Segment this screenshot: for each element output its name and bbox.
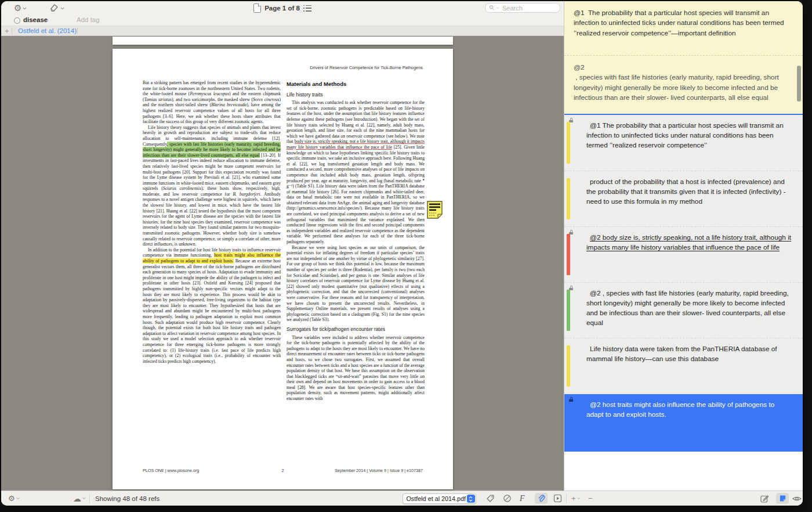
note-editor-1[interactable]: @1 The probability that a particular hos…: [564, 1, 803, 56]
serif-f-icon: F: [520, 494, 525, 503]
tag-icon: [486, 494, 495, 503]
open-in-reader-button[interactable]: [553, 491, 562, 506]
notes-panel-toggle[interactable]: [776, 491, 789, 506]
preview-button[interactable]: [792, 491, 802, 506]
toolbar-separator: [89, 493, 90, 503]
annotation-text: product of the probability that a host i…: [586, 177, 793, 207]
reader-pane: ⚙ Page 1 of 8: [1, 1, 564, 491]
paperclip-icon: [538, 495, 545, 503]
top-toolbar: ⚙ Page 1 of 8: [1, 1, 564, 15]
attachment-button[interactable]: [535, 491, 548, 506]
tag-bar: disease Add tag: [1, 15, 564, 26]
table-of-contents-icon[interactable]: [303, 5, 311, 12]
body-text: . Antibody responses to a novel antigen …: [143, 192, 281, 247]
cloud-sync-button[interactable]: ☁: [73, 491, 86, 506]
tag-label[interactable]: disease: [23, 16, 48, 23]
paragraph: In addition to the potential for host li…: [143, 247, 281, 364]
attached-file-name: Ostfeld et al 2014.pdf: [403, 495, 467, 502]
chevron-down-icon: [82, 497, 86, 500]
add-annotation-button[interactable]: +: [571, 491, 581, 506]
italic-text: Sorex cinereus: [253, 97, 279, 102]
add-tab-button[interactable]: +: [5, 27, 9, 35]
refs-status: Showing 48 of 48 refs: [95, 491, 160, 506]
cloud-icon: ☁: [73, 495, 81, 503]
pdf-column-1: But a striking pattern has emerged from …: [143, 80, 281, 402]
tag-color-circle[interactable]: [14, 17, 20, 24]
list-item[interactable]: product of the probability that a host i…: [564, 171, 803, 226]
search-icon: [489, 4, 495, 12]
page-footer: PLOS ONE | www.plosone.org 2 September 2…: [143, 468, 423, 473]
body-text: This analysis was conducted to ask wheth…: [287, 100, 425, 144]
pdf-columns: But a striking pattern has emerged from …: [143, 80, 425, 402]
search-input[interactable]: [501, 4, 556, 12]
eye-icon: [792, 495, 802, 502]
circled-slash-button[interactable]: [503, 491, 512, 506]
app-window: ⚙ Page 1 of 8: [1, 1, 803, 506]
highlight-color-bar: [567, 234, 570, 275]
sticky-note-annotation-icon[interactable]: [427, 201, 443, 219]
annotation-text: @2 host traits might also influence the …: [586, 400, 793, 420]
paragraph: Life history theory suggests that specie…: [143, 125, 281, 247]
attached-file-dropdown[interactable]: Ostfeld et al 2014.pdf: [403, 493, 476, 504]
annotation-text: Life history data were taken from the Pa…: [586, 344, 793, 364]
file-stepper-control[interactable]: [467, 495, 475, 503]
search-field[interactable]: [485, 3, 560, 13]
tab-bar: + Ostfeld et al. (2014): [1, 26, 564, 36]
footer-page-number: 2: [143, 468, 423, 473]
italic-text: Peromyscus leucopus: [190, 91, 229, 96]
italic-text: B. burgdorferi: [233, 192, 260, 197]
annotation-text: @2 , species with fast life histories (e…: [586, 289, 793, 328]
compose-icon: [760, 494, 769, 503]
paragraph: Because we were using host species as ou…: [287, 245, 425, 323]
italic-text: Tamias striatus: [144, 97, 172, 102]
annotations-panel: @1 The probability that a particular hos…: [564, 1, 803, 491]
body-text: [25]. Given little knowledge on which to…: [287, 145, 425, 244]
list-item[interactable]: @2 host traits might also influence the …: [564, 394, 803, 452]
body-text: These variables were included to address…: [287, 335, 425, 402]
pdf-page-previous-edge: [113, 37, 453, 45]
running-header: Drivers of Reservoir Competence for Tick…: [143, 65, 423, 70]
paragraph: But a striking pattern has emerged from …: [143, 80, 281, 125]
pdf-page: Drivers of Reservoir Competence for Tick…: [113, 49, 453, 489]
panel-scrollbar[interactable]: [797, 66, 801, 102]
list-item[interactable]: Life history data were taken from the Pa…: [564, 338, 803, 394]
chevron-down-icon: [577, 497, 581, 500]
add-tag-field[interactable]: Add tag: [77, 16, 100, 23]
annotation-list: @1 The probability that a particular hos…: [564, 115, 803, 452]
page-thumbnail-icon: [253, 3, 261, 13]
section-heading: Materials and Methods: [287, 81, 425, 87]
pdf-column-2: Materials and MethodsLife history traits…: [287, 80, 425, 402]
tag-button[interactable]: [486, 491, 495, 506]
bottom-toolbar: ⚙ ☁ Showing 48 of 48 refs Ostfeld et al …: [1, 491, 803, 506]
page-controls: Page 1 of 8: [1, 1, 564, 15]
tab-document[interactable]: Ostfeld et al. (2014): [18, 27, 77, 34]
highlight-color-bar: [567, 178, 570, 219]
paragraph: This analysis was conducted to ask wheth…: [287, 100, 425, 244]
page-indicator: Page 1 of 8: [264, 5, 300, 12]
note-editor-2[interactable]: @2 , species with fast life histories (e…: [564, 56, 803, 114]
toolbar-separator: [566, 493, 567, 503]
body-text: ), and two soricimorphs, the masked shre…: [172, 97, 253, 102]
font-button[interactable]: F: [520, 491, 525, 506]
tab-separator: [12, 28, 12, 34]
annotation-text: @2 body size is, strictly speaking, not …: [586, 233, 793, 253]
list-item[interactable]: @2 , species with fast life histories (e…: [564, 282, 803, 338]
section-heading: Surrogates for tick/pathogen encounter r…: [287, 327, 425, 333]
list-item[interactable]: @1 The probability that a particular hos…: [564, 115, 803, 171]
chevron-down-icon: [496, 6, 499, 9]
pdf-viewport[interactable]: Drivers of Reservoir Competence for Tick…: [1, 36, 564, 491]
body-text: Because we were using host species as ou…: [287, 245, 425, 323]
body-text: Because an extreme host generalist vecto…: [143, 258, 281, 364]
play-box-icon: [553, 494, 562, 503]
circled-slash-icon: [503, 494, 512, 503]
highlight-color-bar: [567, 290, 570, 331]
settings-button-bottom[interactable]: ⚙: [8, 491, 20, 506]
tab-separator: [77, 28, 78, 34]
highlight-color-bar: [567, 345, 570, 387]
compose-note-button[interactable]: [760, 491, 769, 506]
lock-icon: [569, 397, 574, 402]
remove-annotation-button[interactable]: −: [588, 491, 593, 506]
italic-text: Blarina brevicauda: [211, 102, 246, 107]
list-item[interactable]: @2 body size is, strictly speaking, not …: [564, 226, 803, 282]
paragraph: These variables were included to address…: [287, 335, 425, 402]
